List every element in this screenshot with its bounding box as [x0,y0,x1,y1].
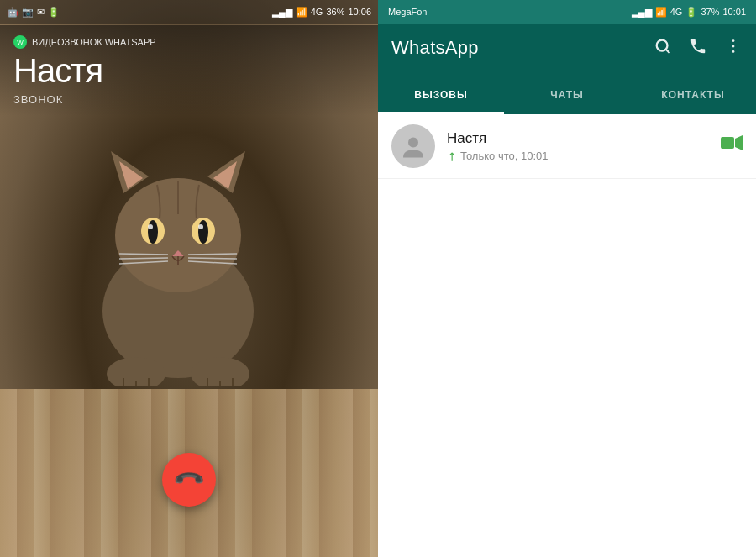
contact-name: Настя [447,130,709,147]
tab-calls[interactable]: ВЫЗОВЫ [378,77,504,114]
svg-point-33 [732,50,735,53]
battery-level: 36% [326,7,344,17]
right-signal-icon: ▂▄▆ [632,7,652,18]
whatsapp-panel: MegaFon ▂▄▆ 📶 4G 🔋 37% 10:01 WhatsApp [378,0,756,557]
tab-contacts[interactable]: КОНТАКТЫ [630,77,756,114]
video-call-type-icon[interactable] [721,135,743,157]
whatsapp-small-icon: W [13,35,27,49]
svg-line-17 [188,258,237,259]
screenshot-icon: 📷 [22,7,34,18]
signal-icon: ▂▄▆ [272,7,292,18]
right-status-bar: MegaFon ▂▄▆ 📶 4G 🔋 37% 10:01 [378,0,756,24]
right-battery-icon: 🔋 [685,7,697,18]
tabs-bar: ВЫЗОВЫ ЧАТЫ КОНТАКТЫ [378,72,756,114]
left-status-right: ▂▄▆ 📶 4G 36% 10:06 [272,7,371,18]
svg-point-8 [148,220,158,244]
header-icons [654,37,743,60]
call-time-label: Только что, 10:01 [460,150,548,162]
battery-icon: 🔋 [48,7,60,18]
carrier-label: MegaFon [388,7,427,17]
right-status-right: ▂▄▆ 📶 4G 🔋 37% 10:01 [632,7,746,18]
search-icon[interactable] [654,37,672,60]
svg-line-16 [188,254,237,255]
right-battery-level: 37% [701,7,719,17]
wifi-icon: 📶 [296,7,307,18]
cat-image [69,118,287,390]
svg-point-27 [657,39,668,50]
svg-point-11 [198,224,203,229]
android-icon: 🤖 [7,7,18,18]
svg-point-32 [732,45,735,47]
call-list-item[interactable]: Настя ↗ Только что, 10:01 [378,114,756,179]
svg-point-31 [732,39,735,42]
svg-point-9 [198,220,208,244]
call-info: Настя ↗ Только что, 10:01 [447,130,709,163]
call-meta: ↗ Только что, 10:01 [447,150,709,163]
left-status-left: 🤖 📷 ✉ 🔋 [7,7,60,18]
call-subtitle: W ВИДЕОЗВОНОК WHATSAPP [13,35,365,49]
caller-name: Настя [13,52,365,90]
end-call-button[interactable]: 📞 [162,453,216,507]
network-label: 4G [311,7,323,17]
calls-list: Настя ↗ Только что, 10:01 [378,114,756,557]
contact-avatar [391,124,435,168]
more-menu-icon[interactable] [724,37,743,60]
left-status-bar: 🤖 📷 ✉ 🔋 ▂▄▆ 📶 4G 36% 10:06 [0,0,378,24]
add-call-icon[interactable] [689,37,707,60]
right-wifi-icon: 📶 [655,7,667,18]
right-status-left: MegaFon [388,7,427,17]
right-time-label: 10:01 [722,7,746,17]
svg-marker-36 [735,135,743,150]
call-header: W ВИДЕОЗВОНОК WHATSAPP Настя ЗВОНОК [0,25,378,116]
app-title: WhatsApp [391,37,479,59]
svg-rect-35 [721,137,734,149]
svg-line-13 [119,254,168,255]
notification-icon: ✉ [37,7,45,18]
tab-chats[interactable]: ЧАТЫ [504,77,630,114]
video-call-panel: 🤖 📷 ✉ 🔋 ▂▄▆ 📶 4G 36% 10:06 [0,0,378,557]
right-network-label: 4G [670,7,683,17]
end-call-icon: 📞 [171,462,206,497]
call-direction-icon: ↗ [444,148,460,165]
svg-line-28 [666,50,669,53]
svg-point-34 [408,138,418,148]
time-label: 10:06 [348,7,371,17]
svg-point-10 [148,224,153,229]
whatsapp-header: WhatsApp [378,24,756,72]
svg-line-14 [119,258,168,259]
call-status-label: ЗВОНОК [13,93,365,106]
